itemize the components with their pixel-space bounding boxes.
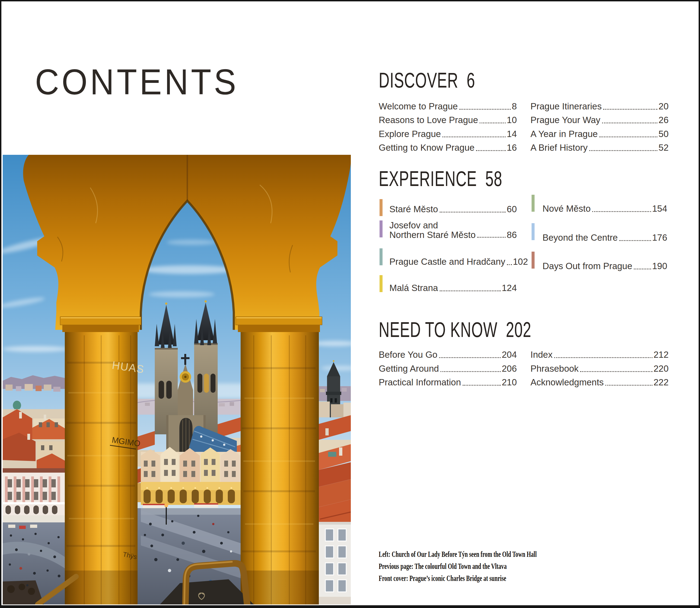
section-heading-discover: DISCOVER6 (379, 68, 475, 93)
left-cityscape (3, 375, 65, 605)
section-heading-need-to-know: NEED TO KNOW202 (379, 317, 531, 342)
toc-entry: Beyond the Centre176 (543, 232, 667, 243)
toc-entry: Prague Your Way26 (530, 115, 668, 125)
toc-entry: Practical Information210 (379, 377, 517, 387)
section-title: NEED TO KNOW (379, 317, 498, 342)
section-color-bar (531, 252, 534, 269)
dot-leader (599, 136, 657, 137)
toc-entry: Phrasebook220 (530, 363, 668, 374)
section-heading-experience: EXPERIENCE58 (379, 166, 502, 191)
toc-entry: Before You Go204 (379, 349, 517, 360)
section-color-bar (531, 195, 534, 212)
dot-leader (459, 109, 510, 110)
section-title: EXPERIENCE (379, 166, 477, 191)
section-color-bar (380, 275, 383, 292)
dot-leader (602, 122, 658, 124)
toc-entry: Getting Around206 (379, 363, 517, 374)
dot-leader (440, 290, 501, 291)
toc-entry: Prague Itineraries20 (530, 101, 668, 112)
toc-entry: Getting to Know Prague16 (379, 142, 517, 153)
toc-photo: HUAS MGIMO Thÿs (3, 155, 351, 605)
dot-leader (592, 211, 651, 212)
dot-leader (605, 385, 653, 386)
prague-photo-illustration: HUAS MGIMO Thÿs (3, 155, 351, 605)
toc-entry: Days Out from Prague190 (543, 261, 667, 271)
section-title: DISCOVER (379, 68, 458, 93)
dot-leader (507, 264, 512, 265)
section-color-bar (531, 223, 534, 240)
toc-entry: Acknowledgments222 (530, 377, 668, 387)
dot-leader (580, 371, 653, 372)
caption-line: Previous page: The colourful Old Town an… (379, 560, 547, 572)
dot-leader (480, 122, 506, 124)
dot-leader (619, 240, 651, 241)
section-color-bar (380, 248, 383, 265)
dot-leader (440, 212, 506, 212)
toc-entry: Josefov and Northern Staré Město86 (389, 221, 517, 240)
section-color-bar (380, 199, 383, 216)
dot-leader (589, 150, 657, 151)
dot-leader (443, 136, 506, 137)
toc-entry: Index212 (530, 349, 668, 360)
toc-entry: Malá Strana124 (389, 283, 517, 293)
dot-leader (441, 371, 501, 372)
dot-leader (634, 269, 651, 269)
section-color-bar (380, 221, 383, 238)
page-title: CONTENTS (35, 61, 238, 102)
dot-leader (439, 357, 501, 358)
dot-leader (463, 385, 501, 386)
toc-entry: Reasons to Love Prague10 (379, 115, 517, 125)
toc-entry: A Brief History52 (530, 142, 668, 153)
dot-leader (554, 357, 653, 358)
section-page-number: 6 (467, 68, 475, 93)
section-page-number: 58 (485, 166, 502, 191)
toc-entry: Explore Prague14 (379, 129, 517, 139)
toc-entry: Welcome to Prague8 (379, 101, 517, 112)
photo-captions: Left: Church of Our Lady Before Týn seen… (379, 548, 547, 584)
toc-entry: A Year in Prague50 (530, 129, 668, 139)
caption-line: Front cover: Prague’s iconic Charles Bri… (379, 572, 547, 584)
toc-entry: Staré Město60 (389, 204, 517, 214)
dot-leader (603, 109, 657, 110)
dot-leader (477, 237, 506, 238)
toc-entry: Nové Město154 (543, 204, 667, 214)
right-cityscape (319, 360, 351, 605)
caption-line: Left: Church of Our Lady Before Týn seen… (379, 548, 547, 560)
dot-leader (476, 150, 506, 151)
left-pillar (60, 317, 141, 605)
right-pillar (236, 317, 322, 605)
section-page-number: 202 (506, 317, 531, 342)
toc-entry: Prague Castle and Hradčany102 (389, 256, 517, 267)
